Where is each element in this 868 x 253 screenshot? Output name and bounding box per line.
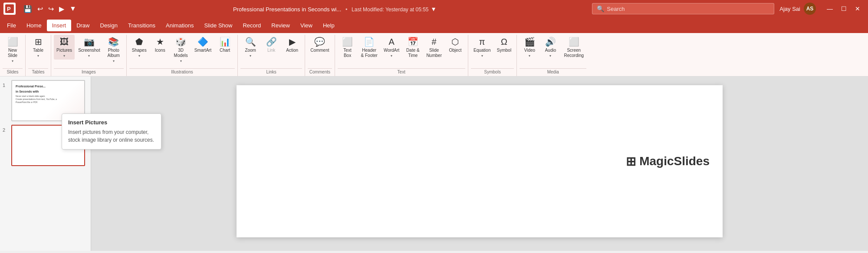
icons-icon: ★ <box>156 37 164 47</box>
symbol-button[interactable]: ΩSymbol <box>494 35 514 55</box>
table-button[interactable]: ⊞Table▾ <box>28 35 48 60</box>
slide-number-button[interactable]: #Slide Number <box>424 35 444 60</box>
ribbon-group-label-symbols: Symbols <box>471 68 514 76</box>
menu-item-slide show[interactable]: Slide Show <box>199 20 237 31</box>
photo-album-button[interactable]: 📚Photo Album▾ <box>104 35 124 65</box>
action-icon: ▶ <box>289 37 296 47</box>
menu-items: FileHomeInsertDrawDesignTransitionsAnima… <box>2 21 340 29</box>
slide-number-label: Slide Number <box>426 48 442 58</box>
menu-item-help[interactable]: Help <box>318 20 340 31</box>
video-button[interactable]: 🎬Video▾ <box>519 35 539 60</box>
3d-models-label: 3D Models <box>174 48 188 58</box>
canvas-logo: ⊞ MagicSlides <box>626 154 710 169</box>
menu-item-file[interactable]: File <box>2 20 21 31</box>
link-icon: 🔗 <box>266 37 277 47</box>
ribbon-groups: ⬜New Slide▾Slides⊞Table▾Tables🖼Pictures▾… <box>0 35 868 76</box>
menu-item-insert[interactable]: Insert <box>47 20 72 31</box>
quick-access-toolbar: 💾 ↩ ↪ ▶ ▼ <box>22 4 78 14</box>
menu-item-record[interactable]: Record <box>237 20 266 31</box>
shapes-dropdown-arrow: ▾ <box>138 54 140 58</box>
menu-item-transitions[interactable]: Transitions <box>123 20 161 31</box>
ribbon-group-label-text: Text <box>338 68 465 76</box>
canvas-area: ⊞ MagicSlides <box>91 77 868 251</box>
smartart-button[interactable]: 🔷SmartArt <box>192 35 214 55</box>
menu-item-review[interactable]: Review <box>266 20 295 31</box>
ribbon-group-illustrations: ⬟Shapes▾★Icons🎲3D Models▾🔷SmartArt📊Chart… <box>127 35 238 76</box>
header-footer-icon: 📄 <box>364 37 375 47</box>
audio-label: Audio <box>545 48 556 53</box>
redo-button[interactable]: ↪ <box>46 4 56 14</box>
header-footer-button[interactable]: 📄Header & Footer <box>358 35 380 60</box>
photo-album-icon: 📚 <box>108 37 119 47</box>
shapes-button[interactable]: ⬟Shapes▾ <box>129 35 149 60</box>
zoom-dropdown-arrow: ▾ <box>250 54 251 58</box>
zoom-button[interactable]: 🔍Zoom▾ <box>240 35 260 60</box>
equation-dropdown-arrow: ▾ <box>481 54 483 58</box>
chart-button[interactable]: 📊Chart <box>215 35 235 55</box>
audio-button[interactable]: 🔊Audio▾ <box>540 35 560 60</box>
audio-icon: 🔊 <box>545 37 556 47</box>
slide-panel: 1 Professional Prese... in Seconds with … <box>0 77 91 251</box>
title-bar: P 💾 ↩ ↪ ▶ ▼ Professional Presentations i… <box>0 0 868 17</box>
new-slide-label: New Slide <box>8 48 17 58</box>
pictures-icon: 🖼 <box>60 37 69 47</box>
document-title: Professional Presentations in Seconds wi… <box>233 6 341 13</box>
ribbon-group-tables: ⊞Table▾Tables <box>26 35 51 76</box>
menu-item-animations[interactable]: Animations <box>161 20 199 31</box>
save-button[interactable]: 💾 <box>22 4 34 14</box>
modified-dropdown[interactable]: ▾ <box>430 4 437 14</box>
main-area: 1 Professional Prese... in Seconds with … <box>0 77 868 251</box>
ribbon-group-label-links: Links <box>240 68 302 76</box>
search-input[interactable] <box>607 6 763 12</box>
date-time-label: Date & Time <box>406 48 420 58</box>
action-button[interactable]: ▶Action <box>282 35 302 55</box>
menu-item-draw[interactable]: Draw <box>71 20 95 31</box>
object-label: Object <box>449 48 462 53</box>
date-time-button[interactable]: 📅Date & Time <box>403 35 423 60</box>
wordart-button[interactable]: AWordArt▾ <box>381 35 402 60</box>
maximize-button[interactable]: ☐ <box>837 3 851 15</box>
screen-recording-button[interactable]: ⬜Screen Recording <box>561 35 586 60</box>
slide-canvas: ⊞ MagicSlides <box>237 85 723 237</box>
video-icon: 🎬 <box>524 37 535 47</box>
zoom-label: Zoom <box>245 48 256 53</box>
menu-item-design[interactable]: Design <box>95 20 123 31</box>
minimize-button[interactable]: — <box>823 3 837 15</box>
new-slide-button[interactable]: ⬜New Slide▾ <box>3 35 23 65</box>
pictures-tooltip: Insert Pictures Insert pictures from you… <box>62 113 161 150</box>
pictures-button[interactable]: 🖼Pictures▾ <box>54 35 75 60</box>
user-initials: AS <box>806 6 814 12</box>
text-box-label: Text Box <box>343 48 351 58</box>
search-box[interactable]: 🔍 <box>592 3 774 14</box>
text-box-button[interactable]: ⬜Text Box <box>338 35 358 60</box>
quick-access-dropdown[interactable]: ▼ <box>68 4 78 13</box>
slide-subtitle-1: in Seconds with <box>16 90 39 93</box>
canvas-logo-text: MagicSlides <box>639 154 710 168</box>
menu-item-view[interactable]: View <box>295 20 318 31</box>
user-avatar: AS <box>804 3 816 15</box>
screenshot-button[interactable]: 📷Screenshot▾ <box>76 35 103 60</box>
text-box-icon: ⬜ <box>342 37 353 47</box>
icons-button[interactable]: ★Icons <box>150 35 170 55</box>
video-label: Video <box>524 48 535 53</box>
3d-models-button[interactable]: 🎲3D Models▾ <box>171 35 191 65</box>
table-icon: ⊞ <box>35 37 42 47</box>
shapes-label: Shapes <box>132 48 147 53</box>
symbol-icon: Ω <box>501 37 507 47</box>
equation-label: Equation <box>473 48 490 53</box>
comment-button[interactable]: 💬Comment <box>308 35 332 55</box>
ribbon-group-label-tables: Tables <box>28 68 48 76</box>
slide-num-1: 1 <box>3 83 9 88</box>
link-button: 🔗Link <box>261 35 281 55</box>
last-modified: Last Modified: Yesterday at 05:55 <box>352 7 428 13</box>
pictures-dropdown-arrow: ▾ <box>63 54 65 58</box>
undo-button[interactable]: ↩ <box>36 4 45 14</box>
object-button[interactable]: ⬡Object <box>445 35 465 55</box>
close-button[interactable]: ✕ <box>851 3 865 15</box>
shapes-icon: ⬟ <box>135 37 143 47</box>
screenshot-icon: 📷 <box>84 37 95 47</box>
menu-item-home[interactable]: Home <box>21 20 47 31</box>
present-button[interactable]: ▶ <box>57 4 66 14</box>
action-label: Action <box>286 48 298 53</box>
equation-button[interactable]: πEquation▾ <box>471 35 493 60</box>
